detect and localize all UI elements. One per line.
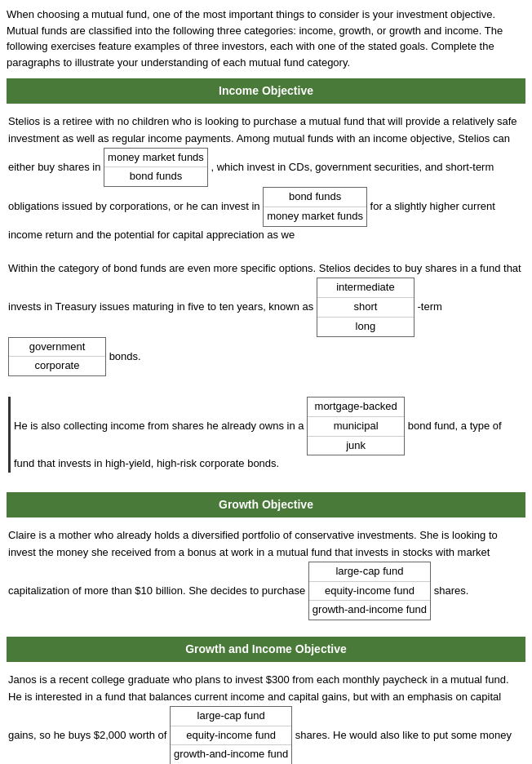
income-dd4-option-1[interactable]: government	[9, 338, 105, 358]
growth-income-body: Janos is a recent college graduate who p…	[7, 668, 525, 764]
income-dd1-option-1[interactable]: money market funds	[104, 149, 207, 168]
income-dd5-option-3[interactable]: junk	[308, 437, 404, 455]
growth-header: Growth Objective	[7, 492, 525, 517]
growth-dd1-option-2[interactable]: equity-income fund	[309, 582, 430, 602]
gi-dropdown-1-box[interactable]: large-cap fund equity-income fund growth…	[170, 706, 292, 764]
intro-paragraph: When choosing a mutual fund, one of the …	[7, 7, 525, 70]
income-dd5-option-1[interactable]: mortgage-backed	[308, 398, 404, 417]
income-dropdown-2-box[interactable]: bond funds money market funds	[263, 187, 367, 227]
growth-dd1-option-1[interactable]: large-cap fund	[309, 562, 430, 582]
income-dropdown-1-box[interactable]: money market funds bond funds	[104, 148, 208, 188]
income-dropdown-3[interactable]: intermediate short long	[317, 278, 415, 336]
growth-body: Claire is a mother who already holds a d…	[7, 524, 525, 629]
income-dd2-option-1[interactable]: bond funds	[264, 188, 366, 207]
income-header: Income Objective	[7, 78, 525, 104]
gi-dd1-option-1[interactable]: large-cap fund	[171, 707, 291, 726]
growth-section: Growth Objective Claire is a mother who …	[7, 492, 525, 629]
income-dd4-option-2[interactable]: corporate	[9, 357, 105, 375]
income-dd1-option-2[interactable]: bond funds	[104, 167, 207, 186]
income-body: Stelios is a retiree with no children wh…	[7, 110, 525, 484]
income-body4-block: He is also collecting income from shares…	[8, 397, 524, 473]
income-dropdown-3-box[interactable]: intermediate short long	[317, 278, 415, 336]
income-dd2-option-2[interactable]: money market funds	[264, 207, 366, 226]
income-dropdown-5-box[interactable]: mortgage-backed municipal junk	[307, 397, 405, 455]
growth-income-header: Growth and Income Objective	[7, 637, 525, 662]
income-section: Income Objective Stelios is a retiree wi…	[7, 78, 525, 484]
growth-dropdown-1-box[interactable]: large-cap fund equity-income fund growth…	[308, 562, 431, 620]
growth-dropdown-1[interactable]: large-cap fund equity-income fund growth…	[308, 562, 431, 620]
gi-dd1-option-2[interactable]: equity-income fund	[171, 726, 291, 746]
gi-dropdown-1[interactable]: large-cap fund equity-income fund growth…	[170, 706, 292, 764]
income-dropdown-1[interactable]: money market funds bond funds	[104, 148, 208, 188]
income-dropdown-4-box[interactable]: government corporate	[8, 337, 106, 377]
income-dd3-option-1[interactable]: intermediate	[317, 278, 414, 298]
income-dd5-option-2[interactable]: municipal	[308, 417, 404, 437]
growth-income-section: Growth and Income Objective Janos is a r…	[7, 637, 525, 764]
income-dd3-option-3[interactable]: long	[317, 318, 414, 336]
income-dd3-option-2[interactable]: short	[317, 298, 414, 318]
income-dropdown-4[interactable]: government corporate	[8, 337, 106, 377]
income-dropdown-2[interactable]: bond funds money market funds	[263, 187, 367, 227]
gi-dd1-option-3[interactable]: growth-and-income fund	[171, 745, 291, 764]
income-dropdown-5[interactable]: mortgage-backed municipal junk	[307, 397, 405, 455]
growth-dd1-option-3[interactable]: growth-and-income fund	[309, 601, 430, 620]
